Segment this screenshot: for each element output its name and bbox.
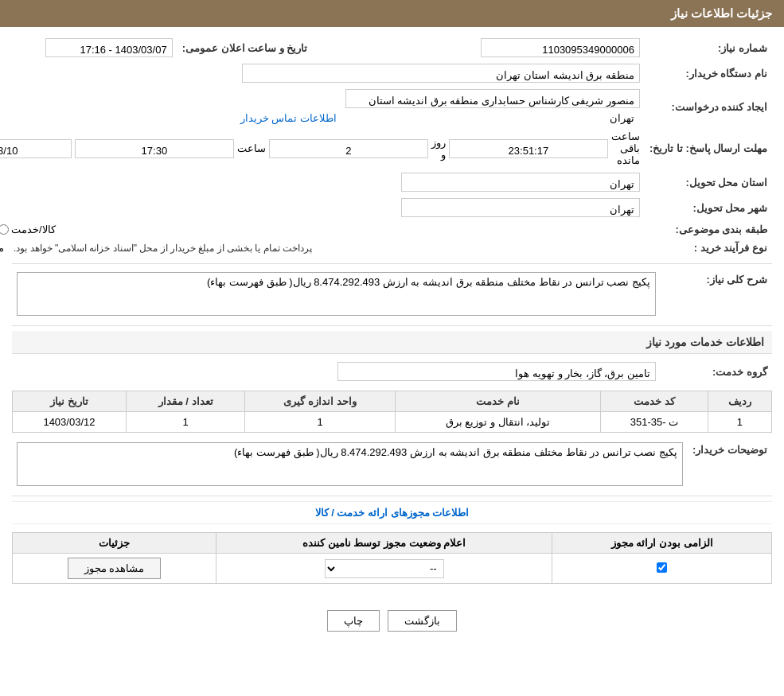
shahr-tahvil-value: تهران — [401, 198, 640, 217]
rooz-label: روز و — [431, 137, 446, 161]
cell-radif: 1 — [708, 412, 771, 433]
cell-tedad: 1 — [126, 412, 244, 433]
chap-button[interactable]: چاپ — [327, 610, 380, 632]
mohlet-label: مهلت ارسال پاسخ: تا تاریخ: — [645, 127, 772, 169]
tabaghe-label: طبقه بندی موضوعی: — [645, 220, 772, 239]
ostan-tahvil-value: تهران — [401, 173, 640, 192]
ijad-link[interactable]: اطلاعات تماس خریدار — [240, 112, 337, 124]
mohlet-rooz: 2 — [269, 139, 428, 158]
nooe-note: پرداخت تمام یا بخشی از مبلغ خریدار از مح… — [14, 243, 312, 254]
table-row: 1 ت -35-351 تولید، انتقال و توزیع برق 1 … — [13, 412, 772, 433]
col-nam: نام خدمت — [395, 391, 600, 412]
services-table: ردیف کد خدمت نام خدمت واحد اندازه گیری ت… — [12, 391, 772, 433]
page-header: جزئیات اطلاعات نیاز — [0, 0, 784, 27]
permissions-table: الزامی بودن ارائه مجوز اعلام وضعیت مجوز … — [12, 532, 772, 584]
col-radif: ردیف — [708, 391, 771, 412]
bazgasht-button[interactable]: بازگشت — [388, 610, 457, 632]
col-kod: کد خدمت — [601, 391, 708, 412]
cell-tarikh: 1403/03/12 — [13, 412, 127, 433]
toz-label: توضیحات خریدار: — [688, 439, 772, 489]
button-row: بازگشت چاپ — [0, 598, 784, 644]
cell-elzami — [552, 554, 772, 584]
toz-content: پکیج نصب ترانس در نقاط مختلف منطقه برق ا… — [17, 442, 683, 486]
cell-vaziat: -- — [216, 554, 552, 584]
nooe-farayand-label: نوع فرآیند خرید : — [645, 239, 772, 257]
mohlet-saat: 17:30 — [75, 139, 234, 158]
tabaghe-kala-khedmat-label: کالا/خدمت — [11, 224, 56, 235]
sharh-content: پکیج نصب ترانس در نقاط مختلف منطقه برق ا… — [17, 272, 656, 316]
shomara-niaz-label: شماره نیاز: — [645, 35, 772, 60]
ostan-tahvil-label: استان محل تحویل: — [645, 169, 772, 195]
tarikh-value: 1403/03/07 - 17:16 — [45, 38, 173, 57]
tarikh-label: تاریخ و ساعت اعلان عمومی: — [177, 35, 313, 60]
sharh-label: شرح کلی نیاز: — [661, 269, 772, 319]
col-elzami: الزامی بودن ارائه مجوز — [552, 533, 772, 554]
cell-vahed: 1 — [245, 412, 395, 433]
elzami-checkbox[interactable] — [657, 562, 667, 573]
cell-nam: تولید، انتقال و توزیع برق — [395, 412, 600, 433]
goroh-khedmat-value: تامین برق، گاز، بخار و تهویه هوا — [337, 362, 656, 381]
mohlet-remaining: 23:51:17 — [449, 139, 608, 158]
col-tarikh: تاریخ نیاز — [13, 391, 127, 412]
nam-dastgah-label: نام دستگاه خریدار: — [645, 60, 772, 86]
col-tedad: تعداد / مقدار — [126, 391, 244, 412]
permissions-row: -- مشاهده مجوز — [13, 554, 772, 584]
tabaghe-kala-khedmat-radio[interactable] — [0, 224, 9, 235]
page-title: جزئیات اطلاعات نیاز — [671, 6, 772, 20]
cell-joziat: مشاهده مجوز — [13, 554, 216, 584]
vaziat-select[interactable]: -- — [325, 559, 444, 578]
permissions-subtitle: اطلاعات مجوزهای ارائه خدمت / کالا — [12, 501, 772, 524]
ijad-label: ایجاد کننده درخواست: — [645, 86, 772, 127]
saat-label: ساعت — [237, 142, 266, 154]
nam-dastgah-value: منطقه برق اندیشه استان تهران — [242, 64, 640, 83]
shomara-niaz-input: 1103095349000006 — [481, 38, 640, 57]
col-vaziat: اعلام وضعیت مجوز توسط نامین کننده — [216, 533, 552, 554]
shomara-niaz-value: 1103095349000006 — [312, 35, 644, 60]
nooe-motavasset-label: متوسط — [0, 242, 4, 254]
mohlet-remaining-label: ساعت باقی مانده — [611, 130, 640, 166]
goroh-khedmat-label: گروه خدمت: — [661, 359, 772, 384]
mohlet-date: 1403/03/10 — [0, 139, 72, 158]
mashahede-mojoz-button[interactable]: مشاهده مجوز — [68, 558, 162, 579]
services-section-title: اطلاعات خدمات مورد نیاز — [12, 331, 772, 354]
cell-kod: ت -35-351 — [601, 412, 708, 433]
shahr-tahvil-label: شهر محل تحویل: — [645, 195, 772, 220]
ijad-value: منصور شریفی کارشناس حسابداری منطقه برق ا… — [345, 89, 640, 108]
col-joziat: جزئیات — [13, 533, 216, 554]
col-vahed: واحد اندازه گیری — [245, 391, 395, 412]
